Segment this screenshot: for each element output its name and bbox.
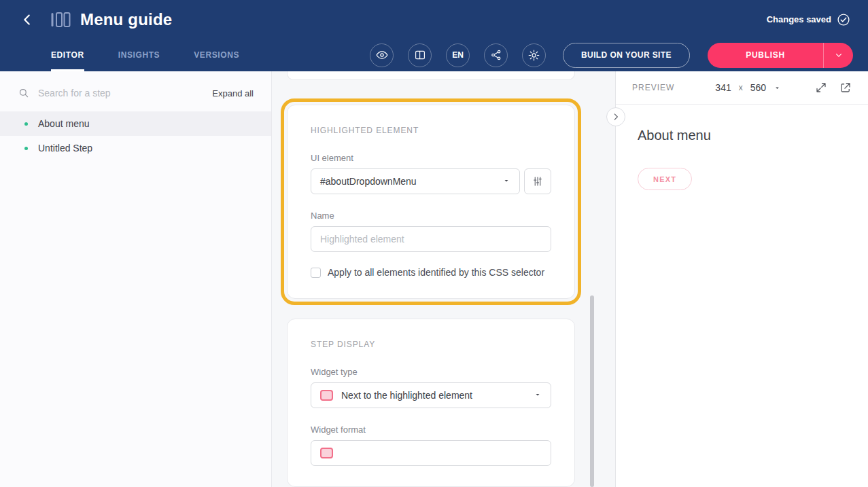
editor-tabs: EDITOR INSIGHTS VERSIONS (51, 39, 239, 71)
share-icon (490, 49, 502, 61)
build-on-your-site-button[interactable]: BUILD ON YOUR SITE (563, 43, 690, 68)
vertical-scrollbar[interactable] (590, 295, 594, 487)
step-display-card: STEP DISPLAY Widget type Next to the hig… (287, 319, 575, 487)
widget-tooltip-icon (320, 390, 333, 401)
highlighted-element-name-input[interactable] (311, 226, 551, 252)
ui-element-value: #aboutDropdownMenu (320, 176, 417, 187)
preview-body: About menu NEXT (616, 105, 868, 213)
ui-element-row: #aboutDropdownMenu (311, 168, 551, 194)
step-search-row: Expand all (0, 71, 271, 111)
header-toolbar-row: EDITOR INSIGHTS VERSIONS EN (0, 39, 868, 71)
widget-format-select[interactable] (311, 440, 551, 466)
eye-icon (375, 48, 389, 62)
name-label: Name (311, 211, 551, 221)
ui-element-label: UI element (311, 153, 551, 163)
layout-button[interactable] (408, 43, 432, 67)
widget-type-label: Widget type (311, 367, 551, 377)
widget-format-icon (320, 448, 333, 458)
tab-insights[interactable]: INSIGHTS (118, 39, 160, 71)
header-top-row: Menu guide Changes saved (0, 0, 868, 39)
layout-icon (414, 49, 426, 61)
page-title: Menu guide (80, 10, 172, 29)
app-root: Menu guide Changes saved EDITOR INSIGHTS… (0, 0, 868, 487)
settings-button[interactable] (522, 43, 546, 67)
ui-element-select[interactable]: #aboutDropdownMenu (311, 168, 520, 194)
size-separator: x (739, 83, 743, 92)
preview-height-value: 560 (750, 82, 766, 93)
header-actions: EN BUILD ON YOUR SITE PUBLISH (370, 39, 853, 71)
step-list: About menu Untitled Step (0, 111, 271, 160)
preview-title: PREVIEW (632, 83, 674, 92)
guide-type-icon (50, 11, 71, 29)
changes-saved-label: Changes saved (767, 14, 831, 24)
publish-button[interactable]: PUBLISH (708, 43, 823, 68)
language-label: EN (452, 50, 464, 60)
chevron-left-icon (20, 12, 35, 27)
share-button[interactable] (484, 43, 508, 67)
highlighted-card-ring: HIGHLIGHTED ELEMENT UI element #aboutDro… (281, 98, 581, 305)
apply-all-checkbox[interactable] (311, 268, 321, 278)
search-icon (18, 87, 30, 99)
step-settings-panel: HIGHLIGHTED ELEMENT UI element #aboutDro… (272, 71, 615, 487)
step-list-item-about-menu[interactable]: About menu (0, 111, 271, 136)
preview-eye-button[interactable] (370, 43, 394, 67)
step-list-item-untitled-step[interactable]: Untitled Step (0, 136, 271, 160)
apply-all-label: Apply to all elements identified by this… (328, 267, 544, 278)
check-circle-icon (837, 13, 850, 26)
chevron-down-icon (834, 50, 844, 60)
chevron-down-icon (774, 84, 781, 92)
publish-dropdown-button[interactable] (823, 43, 853, 68)
gear-icon (527, 49, 540, 62)
publish-split-button: PUBLISH (708, 43, 853, 68)
previous-settings-card-partial (287, 71, 575, 80)
widget-format-label: Widget format (311, 425, 551, 435)
section-title: HIGHLIGHTED ELEMENT (311, 126, 551, 135)
widget-type-select[interactable]: Next to the highlighted element (311, 382, 551, 408)
expand-preview-button[interactable] (815, 82, 827, 94)
open-in-new-tab-button[interactable] (839, 82, 852, 94)
apply-all-row: Apply to all elements identified by this… (311, 267, 551, 278)
preview-header-actions (815, 82, 852, 94)
next-button[interactable]: NEXT (638, 168, 692, 190)
expand-all-link[interactable]: Expand all (212, 88, 254, 98)
header: Menu guide Changes saved EDITOR INSIGHTS… (0, 0, 868, 71)
step-bullet-icon (24, 122, 28, 126)
tab-versions[interactable]: VERSIONS (194, 39, 239, 71)
step-bullet-icon (24, 147, 28, 150)
preview-step-title: About menu (638, 128, 846, 143)
collapse-preview-button[interactable] (606, 107, 625, 126)
search-input[interactable] (38, 88, 204, 98)
section-title: STEP DISPLAY (311, 340, 551, 349)
back-button[interactable] (18, 10, 37, 29)
widget-type-value: Next to the highlighted element (341, 390, 472, 401)
preview-header: PREVIEW 341 x 560 (616, 71, 868, 105)
step-label: Untitled Step (38, 143, 92, 154)
step-label: About menu (38, 118, 90, 129)
language-button[interactable]: EN (446, 43, 470, 67)
chevron-down-icon (502, 176, 510, 187)
highlighted-element-card: HIGHLIGHTED ELEMENT UI element #aboutDro… (287, 105, 575, 299)
main-layout: Expand all About menu Untitled Step HIGH… (0, 71, 868, 487)
element-selector-settings-button[interactable] (524, 168, 551, 194)
preview-width-value: 341 (715, 82, 731, 93)
changes-saved-status: Changes saved (767, 13, 850, 26)
tab-editor[interactable]: EDITOR (51, 39, 84, 71)
expand-icon (815, 82, 827, 94)
preview-size-dropdown[interactable]: 341 x 560 (715, 82, 781, 93)
chevron-right-icon (611, 112, 621, 122)
chevron-down-icon (534, 390, 542, 401)
preview-panel: PREVIEW 341 x 560 About menu (615, 71, 868, 487)
external-link-icon (839, 82, 852, 94)
sliders-icon (532, 175, 544, 187)
steps-sidebar: Expand all About menu Untitled Step (0, 71, 272, 487)
